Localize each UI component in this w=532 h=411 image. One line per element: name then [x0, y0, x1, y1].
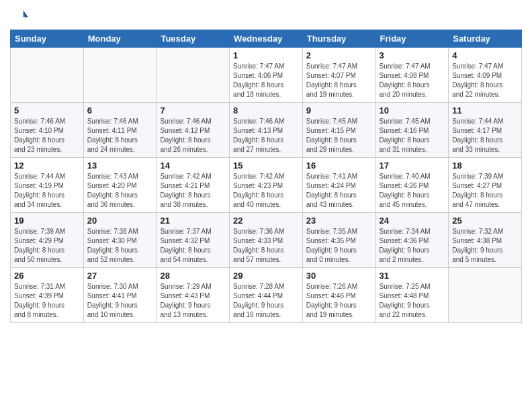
calendar-weekday-sunday: Sunday [11, 30, 84, 48]
day-info: Sunrise: 7:46 AM Sunset: 4:11 PM Dayligh… [87, 117, 153, 154]
calendar-cell: 3Sunrise: 7:47 AM Sunset: 4:08 PM Daylig… [375, 48, 449, 103]
calendar-weekday-thursday: Thursday [302, 30, 375, 48]
page-container: SundayMondayTuesdayWednesdayThursdayFrid… [0, 0, 532, 326]
day-info: Sunrise: 7:34 AM Sunset: 4:36 PM Dayligh… [380, 227, 445, 265]
calendar-cell [157, 48, 230, 103]
day-info: Sunrise: 7:42 AM Sunset: 4:23 PM Dayligh… [233, 172, 299, 210]
calendar-cell: 24Sunrise: 7:34 AM Sunset: 4:36 PM Dayli… [375, 213, 449, 268]
day-number: 25 [452, 216, 518, 226]
header [10, 7, 522, 26]
day-info: Sunrise: 7:26 AM Sunset: 4:46 PM Dayligh… [306, 282, 372, 320]
calendar-cell: 16Sunrise: 7:41 AM Sunset: 4:24 PM Dayli… [302, 158, 375, 213]
calendar-cell: 13Sunrise: 7:43 AM Sunset: 4:20 PM Dayli… [83, 158, 157, 213]
day-info: Sunrise: 7:47 AM Sunset: 4:09 PM Dayligh… [452, 62, 518, 99]
day-number: 10 [380, 105, 445, 116]
day-number: 30 [306, 271, 372, 281]
day-info: Sunrise: 7:47 AM Sunset: 4:07 PM Dayligh… [306, 62, 372, 99]
day-info: Sunrise: 7:45 AM Sunset: 4:15 PM Dayligh… [306, 117, 372, 154]
day-info: Sunrise: 7:37 AM Sunset: 4:32 PM Dayligh… [160, 227, 226, 265]
calendar-cell: 9Sunrise: 7:45 AM Sunset: 4:15 PM Daylig… [302, 103, 375, 158]
day-number: 2 [306, 50, 372, 60]
day-number: 13 [87, 161, 153, 171]
calendar-table: SundayMondayTuesdayWednesdayThursdayFrid… [10, 30, 522, 323]
day-number: 9 [306, 105, 372, 116]
day-info: Sunrise: 7:46 AM Sunset: 4:13 PM Dayligh… [233, 117, 299, 154]
day-number: 31 [380, 271, 445, 281]
calendar-cell: 17Sunrise: 7:40 AM Sunset: 4:26 PM Dayli… [375, 158, 449, 213]
calendar-cell: 19Sunrise: 7:39 AM Sunset: 4:29 PM Dayli… [11, 213, 84, 268]
calendar-cell: 6Sunrise: 7:46 AM Sunset: 4:11 PM Daylig… [83, 103, 157, 158]
calendar-cell: 22Sunrise: 7:36 AM Sunset: 4:33 PM Dayli… [230, 213, 303, 268]
calendar-cell: 7Sunrise: 7:46 AM Sunset: 4:12 PM Daylig… [157, 103, 230, 158]
day-number: 18 [452, 161, 518, 171]
calendar-cell: 14Sunrise: 7:42 AM Sunset: 4:21 PM Dayli… [157, 158, 230, 213]
calendar-cell [449, 268, 522, 323]
day-info: Sunrise: 7:47 AM Sunset: 4:06 PM Dayligh… [233, 62, 299, 99]
day-info: Sunrise: 7:36 AM Sunset: 4:33 PM Dayligh… [233, 227, 299, 265]
day-number: 17 [380, 161, 445, 171]
calendar-cell: 23Sunrise: 7:35 AM Sunset: 4:35 PM Dayli… [302, 213, 375, 268]
calendar-weekday-wednesday: Wednesday [230, 30, 303, 48]
day-info: Sunrise: 7:28 AM Sunset: 4:44 PM Dayligh… [233, 282, 299, 320]
day-number: 12 [14, 161, 80, 171]
day-info: Sunrise: 7:46 AM Sunset: 4:10 PM Dayligh… [14, 117, 80, 154]
logo-icon [10, 7, 29, 26]
day-number: 14 [160, 161, 226, 171]
day-info: Sunrise: 7:44 AM Sunset: 4:17 PM Dayligh… [452, 117, 518, 154]
day-number: 27 [87, 271, 153, 281]
calendar-cell: 12Sunrise: 7:44 AM Sunset: 4:19 PM Dayli… [11, 158, 84, 213]
day-number: 21 [160, 216, 226, 226]
calendar-cell: 30Sunrise: 7:26 AM Sunset: 4:46 PM Dayli… [302, 268, 375, 323]
day-info: Sunrise: 7:25 AM Sunset: 4:48 PM Dayligh… [380, 282, 445, 320]
calendar-cell: 8Sunrise: 7:46 AM Sunset: 4:13 PM Daylig… [230, 103, 303, 158]
day-info: Sunrise: 7:44 AM Sunset: 4:19 PM Dayligh… [14, 172, 80, 210]
day-info: Sunrise: 7:30 AM Sunset: 4:41 PM Dayligh… [87, 282, 153, 320]
calendar-cell: 5Sunrise: 7:46 AM Sunset: 4:10 PM Daylig… [11, 103, 84, 158]
day-info: Sunrise: 7:41 AM Sunset: 4:24 PM Dayligh… [306, 172, 372, 210]
day-number: 22 [233, 216, 299, 226]
calendar-cell: 11Sunrise: 7:44 AM Sunset: 4:17 PM Dayli… [449, 103, 522, 158]
day-info: Sunrise: 7:42 AM Sunset: 4:21 PM Dayligh… [160, 172, 226, 210]
day-info: Sunrise: 7:31 AM Sunset: 4:39 PM Dayligh… [14, 282, 80, 320]
calendar-weekday-saturday: Saturday [449, 30, 522, 48]
calendar-cell [83, 48, 157, 103]
calendar-week-row: 5Sunrise: 7:46 AM Sunset: 4:10 PM Daylig… [11, 103, 522, 158]
calendar-cell: 27Sunrise: 7:30 AM Sunset: 4:41 PM Dayli… [83, 268, 157, 323]
calendar-cell: 31Sunrise: 7:25 AM Sunset: 4:48 PM Dayli… [375, 268, 449, 323]
day-number: 6 [87, 105, 153, 116]
calendar-cell [11, 48, 84, 103]
calendar-cell: 26Sunrise: 7:31 AM Sunset: 4:39 PM Dayli… [11, 268, 84, 323]
day-number: 11 [452, 105, 518, 116]
calendar-week-row: 1Sunrise: 7:47 AM Sunset: 4:06 PM Daylig… [11, 48, 522, 103]
day-number: 23 [306, 216, 372, 226]
day-info: Sunrise: 7:38 AM Sunset: 4:30 PM Dayligh… [87, 227, 153, 265]
day-info: Sunrise: 7:29 AM Sunset: 4:43 PM Dayligh… [160, 282, 226, 320]
calendar-weekday-tuesday: Tuesday [157, 30, 230, 48]
day-number: 29 [233, 271, 299, 281]
calendar-cell: 28Sunrise: 7:29 AM Sunset: 4:43 PM Dayli… [157, 268, 230, 323]
day-number: 19 [14, 216, 80, 226]
calendar-weekday-monday: Monday [83, 30, 157, 48]
day-info: Sunrise: 7:46 AM Sunset: 4:12 PM Dayligh… [160, 117, 226, 154]
calendar-week-row: 12Sunrise: 7:44 AM Sunset: 4:19 PM Dayli… [11, 158, 522, 213]
day-number: 15 [233, 161, 299, 171]
day-number: 4 [452, 50, 518, 60]
calendar-week-row: 19Sunrise: 7:39 AM Sunset: 4:29 PM Dayli… [11, 213, 522, 268]
calendar-cell: 20Sunrise: 7:38 AM Sunset: 4:30 PM Dayli… [83, 213, 157, 268]
day-number: 5 [14, 105, 80, 116]
calendar-weekday-friday: Friday [375, 30, 449, 48]
day-number: 24 [380, 216, 445, 226]
day-number: 16 [306, 161, 372, 171]
day-number: 28 [160, 271, 226, 281]
day-info: Sunrise: 7:32 AM Sunset: 4:38 PM Dayligh… [452, 227, 518, 265]
day-number: 1 [233, 50, 299, 60]
calendar-week-row: 26Sunrise: 7:31 AM Sunset: 4:39 PM Dayli… [11, 268, 522, 323]
calendar-cell: 4Sunrise: 7:47 AM Sunset: 4:09 PM Daylig… [449, 48, 522, 103]
day-info: Sunrise: 7:40 AM Sunset: 4:26 PM Dayligh… [380, 172, 445, 210]
calendar-cell: 1Sunrise: 7:47 AM Sunset: 4:06 PM Daylig… [230, 48, 303, 103]
day-info: Sunrise: 7:45 AM Sunset: 4:16 PM Dayligh… [380, 117, 445, 154]
day-info: Sunrise: 7:35 AM Sunset: 4:35 PM Dayligh… [306, 227, 372, 265]
calendar-cell: 25Sunrise: 7:32 AM Sunset: 4:38 PM Dayli… [449, 213, 522, 268]
calendar-cell: 10Sunrise: 7:45 AM Sunset: 4:16 PM Dayli… [375, 103, 449, 158]
day-number: 20 [87, 216, 153, 226]
